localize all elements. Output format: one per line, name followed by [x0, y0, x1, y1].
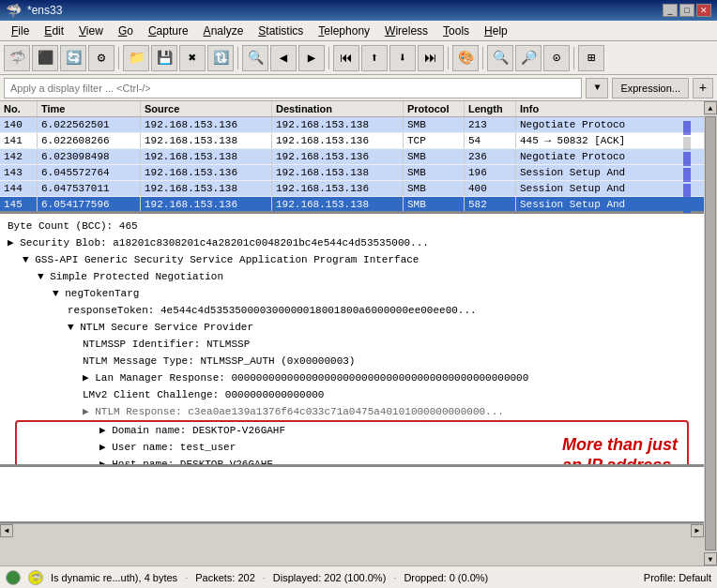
toolbar-back-btn[interactable]: ◀ [270, 45, 297, 71]
status-profile: Profile: Default [644, 572, 711, 583]
detail-line: ▶ Lan Manager Response: 0000000000000000… [0, 369, 704, 386]
detail-line: ▼ Simple Protected Negotiation [0, 268, 704, 285]
detail-pane: Byte Count (BCC): 465 ▶ Security Blob: a… [0, 214, 704, 467]
toolbar-sep2 [237, 47, 238, 69]
toolbar-zoomreset-btn[interactable]: ⊙ [543, 45, 570, 71]
table-row[interactable]: 142 6.023098498 192.168.153.138 192.168.… [0, 149, 704, 165]
window-title: *ens33 [27, 4, 62, 17]
scroll-left-btn[interactable]: ◀ [0, 524, 13, 537]
scroll-right-btn[interactable]: ▶ [691, 524, 704, 537]
filter-input[interactable] [4, 78, 582, 98]
shark-icon: 🦈 [28, 570, 43, 585]
detail-line: ▶ Security Blob: a18201c8308201c4a28201c… [0, 234, 704, 251]
toolbar-shark-btn[interactable]: 🦈 [4, 45, 30, 71]
menu-bar: File Edit View Go Capture Analyze Statis… [0, 21, 717, 41]
scroll-thumb[interactable] [705, 116, 716, 550]
horizontal-scrollbar[interactable]: ◀ ▶ [0, 523, 704, 536]
toolbar-prev-btn[interactable]: ⬆ [361, 45, 388, 71]
toolbar-stop-btn[interactable]: ⬛ [32, 45, 58, 71]
status-capture-info: Is dynamic re...uth), 4 bytes [51, 572, 177, 583]
col-header-dst: Destination [272, 101, 404, 116]
menu-help[interactable]: Help [477, 21, 515, 40]
expression-button[interactable]: Expression... [612, 78, 689, 98]
col-header-len: Length [465, 101, 516, 116]
table-row[interactable]: 140 6.022562501 192.168.153.136 192.168.… [0, 117, 704, 133]
table-row[interactable]: 144 6.047537011 192.168.153.138 192.168.… [0, 181, 704, 197]
toolbar-close-btn[interactable]: ✖ [179, 45, 206, 71]
menu-statistics[interactable]: Statistics [251, 21, 311, 40]
status-displayed: Displayed: 202 (100.0%) [273, 572, 386, 583]
title-bar-left: 🦈 *ens33 [6, 3, 62, 18]
menu-go[interactable]: Go [111, 21, 141, 40]
filter-dropdown-btn[interactable]: ▼ [586, 78, 608, 98]
close-button[interactable]: ✕ [696, 4, 711, 17]
toolbar-sep4 [448, 47, 449, 69]
detail-line: ▼ negTokenTarg [0, 285, 704, 302]
table-row[interactable]: 145 6.054177596 192.168.153.136 192.168.… [0, 197, 704, 213]
menu-capture[interactable]: Capture [141, 21, 196, 40]
toolbar-sep5 [482, 47, 483, 69]
content-area: No. Time Source Destination Protocol Len… [0, 101, 704, 565]
toolbar-sep6 [573, 47, 574, 69]
toolbar-save-btn[interactable]: 💾 [151, 45, 177, 71]
minimize-button[interactable]: _ [663, 4, 678, 17]
toolbar-open-btn[interactable]: 📁 [123, 45, 149, 71]
capture-status-icon [6, 570, 21, 585]
menu-wireless[interactable]: Wireless [377, 21, 435, 40]
col-header-proto: Protocol [404, 101, 465, 116]
detail-line: LMv2 Client Challenge: 0000000000000000 [0, 386, 704, 403]
packet-list-container: No. Time Source Destination Protocol Len… [0, 101, 704, 214]
filter-bar: ▼ Expression... + [0, 75, 717, 101]
maximize-button[interactable]: □ [679, 4, 694, 17]
col-header-src: Source [141, 101, 272, 116]
toolbar-reload-btn[interactable]: 🔃 [207, 45, 234, 71]
toolbar-zoomin-btn[interactable]: 🔍 [487, 45, 513, 71]
toolbar-next-btn[interactable]: ⬇ [389, 45, 416, 71]
toolbar-sep1 [118, 47, 119, 69]
highlight-section: ▶ Domain name: DESKTOP-V26GAHF ▶ User na… [8, 420, 696, 467]
main-area: No. Time Source Destination Protocol Len… [0, 101, 717, 565]
table-row[interactable]: 141 6.022608266 192.168.153.138 192.168.… [0, 133, 704, 149]
table-row[interactable]: 143 6.045572764 192.168.153.136 192.168.… [0, 165, 704, 181]
toolbar-find-btn[interactable]: 🔍 [242, 45, 268, 71]
toolbar-colorize-btn[interactable]: 🎨 [452, 45, 479, 71]
detail-line: Byte Count (BCC): 465 [0, 218, 704, 234]
status-bar: 🦈 Is dynamic re...uth), 4 bytes · Packet… [0, 565, 717, 588]
menu-telephony[interactable]: Telephony [311, 21, 377, 40]
app-icon: 🦈 [6, 3, 22, 18]
col-header-time: Time [38, 101, 141, 116]
menu-file[interactable]: File [4, 21, 37, 40]
col-header-no: No. [0, 101, 38, 116]
detail-line: NTLM Message Type: NTLMSSP_AUTH (0x00000… [0, 353, 704, 369]
detail-line: NTLMSSP Identifier: NTLMSSP [0, 336, 704, 353]
toolbar-restart-btn[interactable]: 🔄 [60, 45, 86, 71]
title-bar: 🦈 *ens33 _ □ ✕ [0, 0, 717, 21]
hex-pane [0, 467, 704, 523]
scroll-up-btn[interactable]: ▲ [704, 101, 717, 114]
toolbar-forward-btn[interactable]: ▶ [298, 45, 325, 71]
toolbar: 🦈 ⬛ 🔄 ⚙️ 📁 💾 ✖ 🔃 🔍 ◀ ▶ ⏮ ⬆ ⬇ ⏭ 🎨 🔍 🔎 ⊙ ⊞ [0, 41, 717, 75]
col-header-info: Info [516, 101, 704, 116]
menu-edit[interactable]: Edit [37, 21, 71, 40]
toolbar-options-btn[interactable]: ⚙️ [88, 45, 114, 71]
scroll-down-btn[interactable]: ▼ [704, 552, 717, 565]
toolbar-last-btn[interactable]: ⏭ [418, 45, 444, 71]
status-dropped: Dropped: 0 (0.0%) [404, 572, 488, 583]
detail-line: ▼ NTLM Secure Service Provider [0, 319, 704, 336]
packet-list: No. Time Source Destination Protocol Len… [0, 101, 704, 214]
vertical-scrollbar[interactable]: ▲ ▼ [704, 101, 717, 565]
title-bar-buttons: _ □ ✕ [663, 4, 711, 17]
color-indicators [683, 120, 691, 214]
detail-line: ▼ GSS-API Generic Security Service Appli… [0, 251, 704, 268]
menu-view[interactable]: View [71, 21, 111, 40]
detail-line: responseToken: 4e544c4d53535000030000001… [0, 302, 704, 319]
toolbar-sep3 [328, 47, 329, 69]
toolbar-resize-btn[interactable]: ⊞ [578, 45, 604, 71]
detail-line: ▶ NTLM Response: c3ea0ae139a1376f64c033c… [0, 403, 704, 420]
toolbar-first-btn[interactable]: ⏮ [333, 45, 359, 71]
packet-list-header: No. Time Source Destination Protocol Len… [0, 101, 704, 117]
menu-analyze[interactable]: Analyze [196, 21, 252, 40]
filter-add-btn[interactable]: + [693, 78, 713, 98]
toolbar-zoomout-btn[interactable]: 🔎 [515, 45, 542, 71]
menu-tools[interactable]: Tools [435, 21, 477, 40]
